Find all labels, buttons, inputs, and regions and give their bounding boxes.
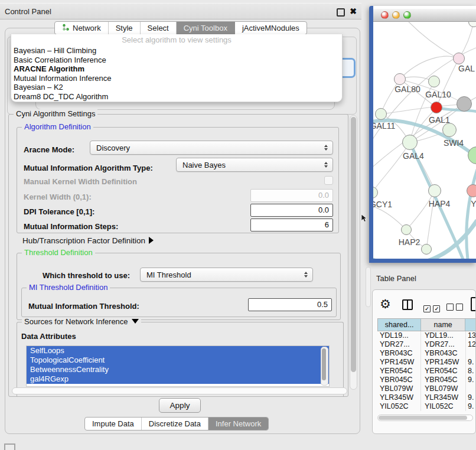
table-row[interactable]: YBL079WYBL079W: [377, 384, 476, 393]
algorithm-option[interactable]: Bayesian – K2: [11, 83, 342, 92]
network-node[interactable]: [421, 244, 432, 255]
tab-infer-network[interactable]: Infer Network: [208, 418, 268, 430]
network-node-gal[interactable]: [453, 53, 465, 64]
network-node-gal11[interactable]: [375, 108, 387, 120]
mi-steps-field[interactable]: 6: [250, 219, 333, 231]
table-row[interactable]: YLR345WYLR345W9.: [377, 393, 476, 402]
algorithm-option[interactable]: Mutual Information Inference: [11, 74, 342, 83]
column-header-shared[interactable]: shared...: [378, 319, 421, 331]
table-panel-title: Table Panel: [376, 274, 416, 283]
tab-discretize-data[interactable]: Discretize Data: [142, 418, 208, 430]
kernel-width-field[interactable]: 0.0: [250, 189, 333, 202]
which-threshold-select[interactable]: MI Threshold: [140, 268, 313, 282]
mi-algorithm-type-select[interactable]: Naive Bayes: [176, 158, 333, 172]
network-node-gal4[interactable]: [402, 135, 418, 150]
node-label: GAL80: [395, 84, 420, 94]
hub-definition-expander[interactable]: Hub/Transcription Factor Definition: [22, 236, 154, 245]
window-zoom-icon[interactable]: [403, 11, 411, 19]
control-panel-tabs: NetworkStyleSelectCyni ToolboxjActiveMNo…: [54, 21, 307, 35]
tab-cyni-toolbox[interactable]: Cyni Toolbox: [177, 22, 235, 34]
float-panel-icon[interactable]: [337, 8, 345, 17]
sources-collapser[interactable]: Sources for Network Inference: [22, 317, 141, 326]
dpi-tolerance-field[interactable]: 0.0: [250, 204, 333, 217]
node-label: GAL: [458, 64, 475, 73]
columns-icon[interactable]: [402, 299, 413, 310]
network-node-gal10[interactable]: [428, 76, 440, 87]
panel-title: Control Panel: [0, 7, 51, 16]
table-row[interactable]: YPR145WYPR145W9.: [377, 358, 476, 367]
table-row[interactable]: YIL052CYIL052C9.: [377, 402, 476, 411]
select-all-icon[interactable]: ✓ ✓: [423, 302, 440, 313]
algorithm-option[interactable]: Dream8 DC_TDC Algorithm: [11, 92, 342, 102]
tab-impute-data[interactable]: Impute Data: [85, 418, 142, 430]
network-node[interactable]: [457, 96, 472, 112]
data-attributes-list: SelfLoopsTopologicalCoefficientBetweenne…: [26, 345, 330, 387]
table-scrollbar-thumb[interactable]: [379, 416, 467, 420]
application-root: Control Panel ✖ NetworkStyleSelectCyni T…: [0, 0, 476, 450]
dropdown-list: Bayesian – Hill ClimbingBasic Correlatio…: [11, 46, 342, 101]
stepper-icon: [324, 162, 328, 168]
table-row[interactable]: YBR043CYBR043C: [377, 349, 476, 358]
network-node-y[interactable]: [467, 184, 476, 197]
tab-jactivemnodules[interactable]: jActiveMNodules: [235, 22, 307, 34]
algorithm-option[interactable]: Basic Correlation Inference: [11, 56, 342, 65]
network-node-swi4[interactable]: [442, 123, 457, 137]
document-icon[interactable]: [471, 297, 476, 311]
table-row[interactable]: YBR045CYBR045C9.: [377, 376, 476, 384]
collapse-down-triangle-icon: [132, 319, 139, 324]
node-table: shared... name YDL19...YDL19...13YDR27..…: [377, 318, 476, 412]
algorithm-option[interactable]: Bayesian – Hill Climbing: [11, 46, 342, 56]
mi-algorithm-type-label: Mutual Information Algorithm Type:: [24, 164, 153, 172]
which-threshold-label: Which threshold to use:: [43, 271, 130, 280]
attributes-scrollbar-thumb[interactable]: [322, 348, 326, 380]
attribute-item[interactable]: gal4RGexp: [27, 374, 329, 384]
attributes-scrollbar[interactable]: [321, 347, 328, 386]
table-horizontal-scrollbar[interactable]: [377, 415, 473, 421]
dropdown-prompt: Select algorithm to view settings: [11, 34, 342, 46]
settings-scrollbar-thumb[interactable]: [351, 117, 356, 372]
mi-threshold-title: MI Threshold Definition: [27, 283, 110, 292]
close-panel-icon[interactable]: ✖: [350, 6, 357, 16]
cyni-mode-tabs: Impute DataDiscretize DataInfer Network: [84, 417, 269, 431]
network-canvas[interactable]: GALGAL80GAL10GAL1GAL11SWI4GAL4GCY1HAP4YH…: [373, 22, 476, 259]
algorithm-option[interactable]: ARACNE Algorithm: [11, 64, 342, 74]
tab-select[interactable]: Select: [141, 22, 177, 34]
table-row[interactable]: YER054CYER054C8.: [377, 367, 476, 376]
window-minimize-icon[interactable]: [392, 11, 400, 19]
column-header-name[interactable]: name: [421, 319, 465, 331]
control-panel-titlebar: Control Panel ✖: [0, 3, 361, 19]
network-node-gal1[interactable]: [431, 102, 442, 113]
mi-threshold-field[interactable]: 0.5: [248, 298, 332, 311]
settings-scrollbar[interactable]: [350, 115, 357, 390]
window-close-icon[interactable]: [381, 11, 389, 19]
deselect-all-icon[interactable]: [446, 302, 463, 313]
apply-button[interactable]: Apply: [159, 398, 201, 413]
manual-kernel-checkbox[interactable]: [324, 176, 333, 185]
network-window-titlebar[interactable]: [373, 9, 476, 22]
column-header-cut[interactable]: [465, 319, 476, 331]
attribute-item[interactable]: TopologicalCoefficient: [27, 356, 329, 365]
aracne-mode-select[interactable]: Discovery: [90, 141, 333, 155]
tab-network[interactable]: Network: [55, 22, 109, 34]
network-view-window[interactable]: GALGAL80GAL10GAL1GAL11SWI4GAL4GCY1HAP4YH…: [369, 6, 476, 263]
network-node-hap4[interactable]: [428, 184, 441, 197]
mi-steps-label: Mutual Information Steps:: [24, 222, 118, 231]
network-node-gal80[interactable]: [394, 73, 406, 85]
expand-right-triangle-icon: [149, 237, 154, 244]
attribute-item[interactable]: BetweennessCentrality: [27, 365, 329, 374]
threshold-definition-title: Threshold Definition: [22, 248, 95, 257]
collapsed-panel-icon[interactable]: [4, 444, 15, 450]
node-label: GAL4: [403, 151, 424, 161]
table-row[interactable]: YDL19...YDL19...13: [377, 331, 476, 340]
node-label: Y: [471, 199, 476, 208]
attribute-item[interactable]: SelfLoops: [27, 346, 329, 356]
node-label: GAL10: [425, 90, 451, 99]
table-row[interactable]: YDR27...YDR27...12: [377, 340, 476, 349]
network-node-hap2[interactable]: [401, 224, 412, 235]
gear-icon[interactable]: ⚙: [380, 297, 391, 311]
settings-horizontal-scrollbar[interactable]: [12, 387, 347, 394]
manual-kernel-label: Manual Kernel Width Definition: [24, 177, 137, 186]
mi-threshold-label: Mutual Information Threshold:: [28, 302, 139, 311]
table-header: shared... name: [377, 318, 476, 331]
tab-style[interactable]: Style: [109, 22, 141, 34]
